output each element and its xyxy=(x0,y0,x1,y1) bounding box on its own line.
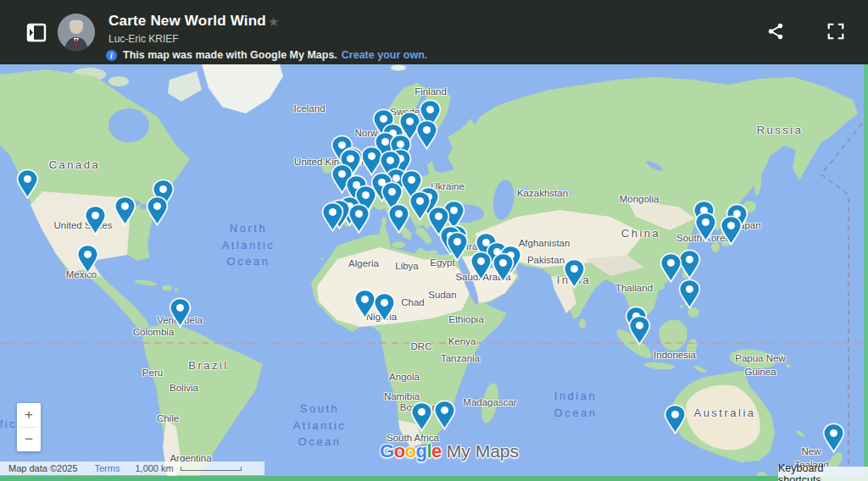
map-pin[interactable] xyxy=(387,203,410,234)
map-pin[interactable] xyxy=(76,244,99,274)
info-icon: i xyxy=(106,50,117,61)
map-title: Carte New World Wind xyxy=(108,13,266,30)
map-pin[interactable] xyxy=(348,203,370,234)
fullscreen-icon xyxy=(826,22,845,41)
avatar[interactable] xyxy=(58,14,95,51)
map-pin[interactable] xyxy=(373,292,396,323)
map-pin[interactable] xyxy=(16,169,39,199)
map-pin[interactable] xyxy=(470,251,492,281)
map-pin[interactable] xyxy=(694,212,717,242)
map-pin[interactable] xyxy=(146,196,169,226)
map-pin[interactable] xyxy=(114,196,136,226)
my-maps-embed: Carte New World Wind ★ Luc-Eric KRIEF i … xyxy=(0,0,868,481)
scale-bar xyxy=(181,467,242,471)
map-pin[interactable] xyxy=(169,297,192,328)
scale-label: 1,000 km xyxy=(135,463,173,473)
share-button[interactable] xyxy=(766,22,787,42)
fullscreen-button[interactable] xyxy=(826,22,847,42)
map-pin[interactable] xyxy=(492,252,515,283)
map-data-copyright: Map data ©2025 xyxy=(8,463,78,473)
keyboard-shortcuts-button[interactable]: Keyboard shortcuts xyxy=(778,467,868,481)
map-pin[interactable] xyxy=(628,315,651,346)
map-pin[interactable] xyxy=(84,205,107,235)
map-pin[interactable] xyxy=(664,404,687,434)
map-pin[interactable] xyxy=(415,119,438,150)
map-pin[interactable] xyxy=(433,400,456,430)
map-edge-strip-right xyxy=(864,64,868,481)
map-pin[interactable] xyxy=(410,401,433,432)
star-icon[interactable]: ★ xyxy=(268,14,279,30)
map-author: Luc-Eric KRIEF xyxy=(108,33,179,45)
map-pin[interactable] xyxy=(678,279,701,309)
create-your-own-link[interactable]: Create your own. xyxy=(342,49,427,61)
map-pin[interactable] xyxy=(720,215,743,246)
map-pin[interactable] xyxy=(321,202,344,232)
header-bar: Carte New World Wind ★ Luc-Eric KRIEF i … xyxy=(0,0,868,64)
map-canvas[interactable]: CanadaUnited StatesMexicoVenezuelaColomb… xyxy=(0,64,868,481)
info-bar: i This map was made with Google My Maps.… xyxy=(106,48,427,62)
zoom-out-button[interactable]: − xyxy=(17,428,41,451)
map-edge-strip-bottom xyxy=(0,476,868,481)
share-icon xyxy=(766,22,785,41)
map-pin[interactable] xyxy=(822,423,845,453)
map-pin[interactable] xyxy=(563,258,586,289)
open-side-panel-button[interactable] xyxy=(20,21,47,44)
zoom-in-button[interactable]: + xyxy=(17,403,41,427)
terms-link[interactable]: Terms xyxy=(95,463,120,473)
zoom-control: + − xyxy=(17,403,41,451)
info-bar-text: This map was made with Google My Maps. xyxy=(123,49,337,61)
attribution-bar: Map data ©2025 Terms 1,000 km xyxy=(0,462,264,475)
map-pin[interactable] xyxy=(446,231,469,262)
